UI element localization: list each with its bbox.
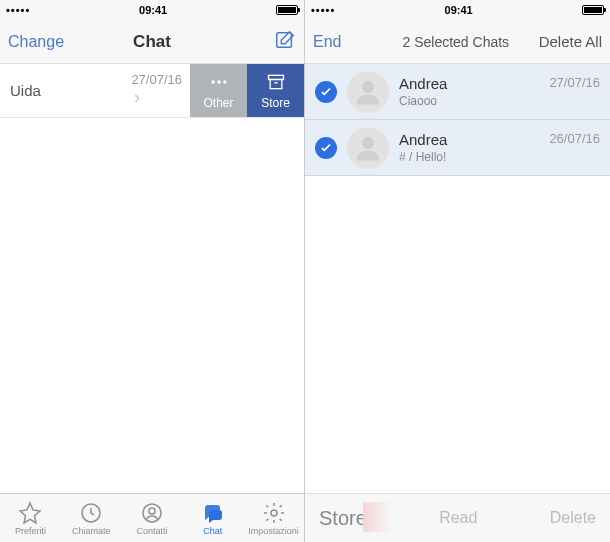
nav-bar-edit: End 2 Selected Chats Delete All bbox=[305, 20, 610, 64]
tab-chat[interactable]: Chat bbox=[182, 494, 243, 542]
status-bar-right: ••••• 09:41 bbox=[305, 0, 610, 20]
chat-info: Andrea Ciaooo 27/07/16 bbox=[399, 75, 600, 108]
chevron-right-icon: › bbox=[134, 87, 140, 108]
chat-row-content[interactable]: Uida 27/07/16 › bbox=[0, 64, 190, 117]
toolbar-read-button[interactable]: Read bbox=[439, 509, 477, 527]
star-icon bbox=[18, 501, 42, 525]
ellipsis-icon bbox=[209, 72, 229, 92]
clock-icon bbox=[79, 501, 103, 525]
screen-edit-chats: ••••• 09:41 End 2 Selected Chats Delete … bbox=[305, 0, 610, 542]
swipe-action-store[interactable]: Store bbox=[247, 64, 304, 117]
status-time: 09:41 bbox=[445, 4, 473, 16]
tab-fav-label: Preferiti bbox=[15, 526, 46, 536]
blur-gradient bbox=[363, 502, 393, 532]
tab-contacts[interactable]: Contatti bbox=[122, 494, 183, 542]
svg-point-2 bbox=[217, 80, 220, 83]
nav-delete-all-button[interactable]: Delete All bbox=[539, 33, 602, 50]
battery-icon bbox=[582, 5, 604, 15]
screen-chat-list: ••••• 09:41 Change Chat Uida 27/07/16 › bbox=[0, 0, 305, 542]
svg-point-10 bbox=[271, 510, 277, 516]
tab-calls-label: Chiamate bbox=[72, 526, 111, 536]
checkmark-icon[interactable] bbox=[315, 137, 337, 159]
signal-dots: ••••• bbox=[6, 4, 30, 16]
status-time: 09:41 bbox=[139, 4, 167, 16]
svg-point-11 bbox=[362, 80, 375, 93]
tab-calls[interactable]: Chiamate bbox=[61, 494, 122, 542]
contact-icon bbox=[140, 501, 164, 525]
tab-favorites[interactable]: Preferiti bbox=[0, 494, 61, 542]
chat-date: 26/07/16 bbox=[549, 131, 600, 146]
nav-title: Chat bbox=[68, 32, 236, 52]
edit-toolbar: Store Read Delete bbox=[305, 493, 610, 542]
swipe-store-label: Store bbox=[261, 96, 290, 110]
svg-point-1 bbox=[211, 80, 214, 83]
svg-point-12 bbox=[362, 136, 375, 149]
tab-settings-label: Impostazioni bbox=[248, 526, 299, 536]
chat-preview: # / Hello! bbox=[399, 150, 600, 164]
compose-button[interactable] bbox=[236, 29, 296, 54]
chat-date: 27/07/16 bbox=[131, 72, 182, 87]
nav-end-button[interactable]: End bbox=[313, 33, 373, 51]
checkmark-icon[interactable] bbox=[315, 81, 337, 103]
avatar bbox=[347, 71, 389, 113]
toolbar-delete-button[interactable]: Delete bbox=[550, 509, 596, 527]
tab-bar: Preferiti Chiamate Contatti Chat Imposta… bbox=[0, 493, 304, 542]
battery-icon bbox=[276, 5, 298, 15]
chat-list: Uida 27/07/16 › Other Store bbox=[0, 64, 304, 493]
nav-bar: Change Chat bbox=[0, 20, 304, 64]
chat-icon bbox=[201, 501, 225, 525]
chat-date: 27/07/16 bbox=[549, 75, 600, 90]
tab-settings[interactable]: Impostazioni bbox=[243, 494, 304, 542]
gear-icon bbox=[262, 501, 286, 525]
toolbar-store-button[interactable]: Store bbox=[319, 507, 367, 530]
selected-chat-row[interactable]: Andrea # / Hello! 26/07/16 bbox=[305, 120, 610, 176]
status-bar: ••••• 09:41 bbox=[0, 0, 304, 20]
nav-selected-title: 2 Selected Chats bbox=[373, 34, 539, 50]
archive-icon bbox=[266, 72, 286, 92]
chat-row[interactable]: Uida 27/07/16 › Other Store bbox=[0, 64, 304, 118]
tab-contacts-label: Contatti bbox=[136, 526, 167, 536]
battery-indicator bbox=[276, 5, 298, 15]
chat-preview: Ciaooo bbox=[399, 94, 600, 108]
swipe-action-other[interactable]: Other bbox=[190, 64, 247, 117]
chat-info: Andrea # / Hello! 26/07/16 bbox=[399, 131, 600, 164]
tab-chat-label: Chat bbox=[203, 526, 222, 536]
selected-chat-row[interactable]: Andrea Ciaooo 27/07/16 bbox=[305, 64, 610, 120]
swipe-other-label: Other bbox=[203, 96, 233, 110]
signal-dots: ••••• bbox=[311, 4, 335, 16]
svg-rect-5 bbox=[270, 79, 282, 88]
nav-change-button[interactable]: Change bbox=[8, 33, 68, 51]
chat-name: Uida bbox=[10, 82, 41, 99]
svg-point-9 bbox=[149, 508, 155, 514]
compose-icon bbox=[274, 29, 296, 51]
battery-indicator bbox=[582, 5, 604, 15]
avatar bbox=[347, 127, 389, 169]
svg-point-3 bbox=[223, 80, 226, 83]
edit-chat-list: Andrea Ciaooo 27/07/16 Andrea # / Hello!… bbox=[305, 64, 610, 493]
